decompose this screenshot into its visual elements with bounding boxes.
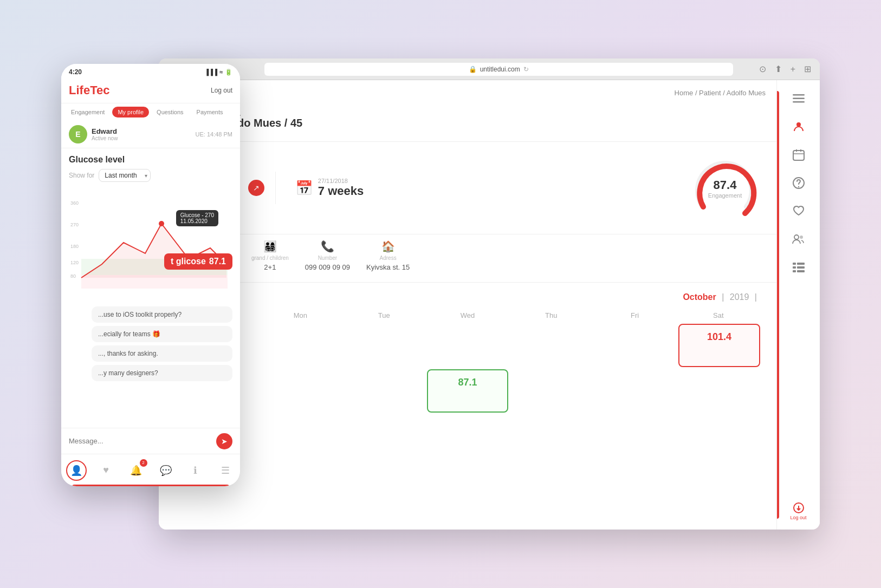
- cal-cell-empty4: [427, 324, 509, 367]
- day-mon: Mon: [258, 311, 342, 319]
- chat-user-row: E Edward Active now UE: 14:48 PM: [61, 121, 240, 148]
- breadcrumb: Home / Patient / Adolfo Mues: [159, 80, 776, 97]
- wed-glucose-value: 87.1: [430, 377, 506, 388]
- gauge-center: 87.4 Engagement: [708, 178, 742, 199]
- calendar-header: Sun Mon Tue Wed Thu Fri Sat: [175, 311, 760, 319]
- cal-separator2: |: [755, 292, 757, 302]
- svg-point-8: [159, 221, 164, 226]
- status-icons: ▐▐▐ ≈ 🔋: [205, 69, 232, 76]
- arrow-icon: ↗: [253, 184, 260, 192]
- reload-icon: ↻: [523, 66, 529, 73]
- duration-text: 27/11/2018 7 weeks: [318, 178, 364, 198]
- sidebar-accent: [777, 91, 779, 519]
- group-sidebar-button[interactable]: [786, 226, 812, 252]
- group-sidebar-icon: [792, 233, 805, 245]
- info-nav-button[interactable]: ℹ: [185, 460, 206, 481]
- chart-tooltip: Glucose - 27011.05.2020: [176, 210, 218, 226]
- bell-nav-button[interactable]: 🔔 2: [126, 460, 146, 481]
- browser-titlebar: ⊡ ‹ › 🔒 untitledui.com ↻ ⊙ ⬆ + ⊞: [159, 58, 820, 80]
- heart-nav-button[interactable]: ♥: [96, 460, 116, 481]
- grand-children-label: grand / children: [251, 255, 289, 261]
- cal-cell-empty2: [259, 324, 341, 367]
- svg-rect-32: [793, 270, 796, 272]
- users-sidebar-icon: [792, 120, 805, 133]
- detail-grand-children: 👨‍👩‍👧‍👦 grand / children 2+1: [251, 240, 289, 271]
- detail-address: 🏠 Adress Kyivska st. 15: [366, 240, 410, 271]
- cal-cell-empty5: [510, 324, 592, 367]
- calendar-sidebar-button[interactable]: [786, 142, 812, 168]
- mobile-status-bar: 4:20 ▐▐▐ ≈ 🔋: [61, 64, 240, 80]
- date-label: 27/11/2018: [318, 178, 364, 184]
- browser-window: ⊡ ‹ › 🔒 untitledui.com ↻ ⊙ ⬆ + ⊞ Home / …: [159, 58, 820, 530]
- calendar-week2: 87.1: [175, 369, 760, 413]
- glucose-title: Glucose level: [69, 155, 232, 165]
- mobile-tabs: Engagement My profile Questions Payments: [61, 103, 240, 121]
- month-name: October: [683, 292, 716, 302]
- mobile-body: E Edward Active now UE: 14:48 PM Glucose…: [61, 121, 240, 428]
- chat-message: ...y many designers?: [92, 365, 232, 381]
- heart-sidebar-button[interactable]: [786, 198, 812, 224]
- mobile-header: LifeTec Log out: [61, 80, 240, 103]
- message-input[interactable]: [69, 437, 212, 445]
- menu-nav-button[interactable]: ☰: [215, 460, 236, 481]
- list-sidebar-button[interactable]: [786, 254, 812, 280]
- day-wed: Wed: [426, 311, 509, 319]
- cal-cell-w2-mon: [259, 369, 341, 413]
- tab-payments[interactable]: Payments: [191, 107, 229, 117]
- divider: [275, 172, 276, 204]
- engagement-gauge: 87.4 Engagement: [690, 153, 760, 223]
- browser-content: Home / Patient / Adolfo Mues 🔍: [159, 80, 820, 530]
- signal-icon: ▐▐▐: [205, 69, 217, 75]
- address-bar[interactable]: 🔒 untitledui.com ↻: [264, 63, 733, 76]
- tab-questions[interactable]: Questions: [151, 107, 189, 117]
- menu-sidebar-icon: [793, 94, 805, 103]
- phone-icon: 📞: [321, 240, 334, 253]
- mobile-app: 4:20 ▐▐▐ ≈ 🔋 LifeTec Log out Engagement …: [61, 64, 240, 486]
- number-label: Number: [318, 255, 338, 261]
- cal-separator: |: [722, 292, 724, 302]
- help-sidebar-button[interactable]: [786, 170, 812, 196]
- chat-message: ...use to iOS toolkit properly?: [92, 306, 232, 323]
- mobile-logout-button[interactable]: Log out: [211, 87, 232, 94]
- toolbar-icon-1: ⊙: [759, 64, 766, 74]
- calendar-nav: ‹ Month › October | 2019 |: [175, 291, 760, 303]
- wifi-icon: ≈: [219, 69, 223, 75]
- breadcrumb-patient: Patient: [699, 89, 721, 97]
- chat-nav-button[interactable]: 💬: [156, 460, 176, 481]
- glucose-badge-label: t glicose: [171, 257, 206, 266]
- address-label: Adress: [380, 255, 397, 261]
- glucose-badge-value: 87.1: [209, 257, 226, 266]
- profile-nav-button[interactable]: 👤: [66, 460, 87, 481]
- day-sat: Sat: [677, 311, 760, 319]
- chart-area: 360 270 180 120 80: [61, 194, 240, 302]
- day-tue: Tue: [342, 311, 426, 319]
- svg-rect-33: [797, 270, 805, 272]
- mobile-time: 4:20: [69, 68, 82, 76]
- chat-user-info: Edward Active now: [92, 127, 118, 141]
- tab-engagement[interactable]: Engagement: [66, 107, 110, 117]
- glucose-section: Glucose level Show for Last month: [61, 148, 240, 194]
- send-button[interactable]: ➤: [216, 433, 232, 449]
- logout-label: Log out: [790, 515, 806, 520]
- svg-text:360: 360: [70, 200, 79, 206]
- chat-message: ..., thanks for asking.: [92, 345, 232, 362]
- svg-rect-31: [797, 266, 805, 269]
- stat-nav-button[interactable]: ↗: [248, 180, 264, 196]
- svg-rect-16: [793, 94, 805, 96]
- logout-button[interactable]: Log out: [786, 498, 812, 524]
- duration-value: 7 weeks: [318, 184, 364, 198]
- breadcrumb-current: Adolfo Mues: [727, 89, 766, 97]
- stats-row: Glucose 87.1 ↗ 📅 27/11/2018: [159, 142, 776, 234]
- tab-my-profile[interactable]: My profile: [112, 107, 149, 117]
- chat-avatar: E: [69, 125, 87, 143]
- users-sidebar-button[interactable]: [786, 114, 812, 140]
- menu-sidebar-button[interactable]: [786, 86, 812, 112]
- show-for-select-wrapper[interactable]: Last month: [99, 169, 151, 182]
- cal-cell-w2-tue: [343, 369, 425, 413]
- bell-badge: 2: [140, 459, 147, 467]
- calendar-sidebar-icon: [793, 149, 805, 161]
- svg-text:80: 80: [70, 273, 76, 279]
- show-for-select[interactable]: Last month: [99, 169, 151, 182]
- cal-cell-w2-thu: [510, 369, 592, 413]
- svg-rect-29: [797, 263, 805, 265]
